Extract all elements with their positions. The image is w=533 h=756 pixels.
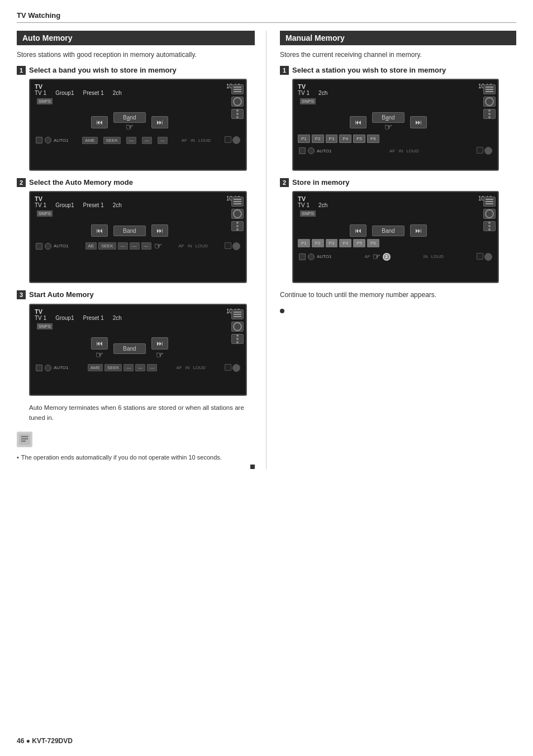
auto-memory-note: Auto Memory terminates when 6 stations a… <box>29 403 255 423</box>
tv-group1: Group1 <box>55 90 74 96</box>
auto-memory-section: Auto Memory Stores stations with good re… <box>17 31 266 469</box>
tv-side-lines-btn <box>231 84 244 94</box>
tv-snps: SNPS <box>37 98 53 104</box>
main-content: Auto Memory Stores stations with good re… <box>17 31 516 469</box>
tv-ch: 2ch <box>113 90 122 96</box>
step-num-2: 2 <box>17 178 26 187</box>
manual-memory-desc: Stores the current receiving channel in … <box>280 50 516 60</box>
hand-icon-1: ☞ <box>126 122 134 132</box>
tv-label-1: TV <box>35 83 42 90</box>
tv-prev-btn: ⏮ <box>91 116 108 128</box>
manual-memory-section: Manual Memory Stores the current receivi… <box>266 31 516 469</box>
manual-step-2: 2 Store in memory <box>280 178 516 283</box>
tv-screen-r2: TV 10:10 TV 1 2ch SNPS ⏮ Band ⏭ <box>292 191 499 283</box>
bullet-note-text: The operation ends automatically if you … <box>21 453 222 462</box>
hand-icon-r2: ☞ <box>373 251 380 262</box>
tv-band-btn-1: Band <box>113 112 145 123</box>
hand-icon-2: ☞ <box>154 241 162 251</box>
auto-step-1-title: Select a band you wish to store in memor… <box>29 65 177 75</box>
page-footer: 46 ● KVT-729DVD <box>17 737 73 745</box>
left-bullet <box>250 465 255 469</box>
step-num-1: 1 <box>17 66 26 75</box>
tv-ame: AME <box>82 137 97 144</box>
tv-screen-3: TV 10:10 TV 1 Group1 Preset 1 2ch SNPS <box>29 304 247 396</box>
auto-step-3: 3 Start Auto Memory <box>17 290 255 395</box>
hand-icon-3a: ☞ <box>96 350 103 360</box>
note-icon <box>17 432 32 447</box>
continue-note: Continue to touch until the memory numbe… <box>280 290 516 300</box>
tv-side-dots-btn <box>231 109 244 119</box>
tv-bottom-bar-1: AUTO1 AME SEEK — — — AF IN LOUD <box>32 135 244 146</box>
tv-next-btn: ⏭ <box>151 116 168 128</box>
tv-screen-1: TV 10:10 TV 1 Group1 Preset 1 2ch SNPS ⏮ <box>29 79 247 171</box>
manual-step-2-title: Store in memory <box>292 178 350 188</box>
right-bullet <box>280 309 284 313</box>
auto-memory-desc: Stores stations with good reception in m… <box>17 50 255 60</box>
manual-step-num-1: 1 <box>280 66 289 75</box>
auto-step-1-header: 1 Select a band you wish to store in mem… <box>17 65 255 75</box>
auto-step-3-title: Start Auto Memory <box>29 290 94 300</box>
auto-memory-title: Auto Memory <box>17 31 255 45</box>
auto-step-1: 1 Select a band you wish to store in mem… <box>17 65 255 171</box>
hand-icon-3b: ☞ <box>156 350 164 360</box>
manual-step-num-2: 2 <box>280 178 289 187</box>
manual-memory-title: Manual Memory <box>280 31 516 45</box>
hand-icon-r1: ☞ <box>384 122 392 132</box>
tv-preset1: Preset 1 <box>83 90 103 96</box>
header-title: TV Watching <box>17 11 60 20</box>
tv-tv1: TV 1 <box>35 90 46 96</box>
page-header: TV Watching <box>17 11 516 23</box>
tv-side-circle-btn <box>231 97 244 107</box>
auto-step-2: 2 Select the Auto Memory mode <box>17 178 255 283</box>
tv-auto1: AUTO1 <box>54 138 69 143</box>
tv-controls-row-1: ⏮ Band ☞ ⏭ <box>37 112 239 132</box>
manual-step-1: 1 Select a station you wish to store in … <box>280 65 516 171</box>
tv-screen-2: TV 10:10 TV 1 Group1 Preset 1 2ch SNPS ⏮ <box>29 191 247 283</box>
page: TV Watching Auto Memory Stores stations … <box>0 0 533 756</box>
tv-seek: SEEK <box>103 137 121 144</box>
manual-step-1-title: Select a station you wish to store in me… <box>292 65 446 75</box>
svg-rect-0 <box>19 434 30 445</box>
tv-screen-r1: TV 10:10 TV 1 2ch SNPS ⏮ Band <box>292 79 499 171</box>
auto-step-2-title: Select the Auto Memory mode <box>29 178 133 188</box>
tv-side-controls-1 <box>231 84 244 119</box>
step-num-3: 3 <box>17 290 26 299</box>
